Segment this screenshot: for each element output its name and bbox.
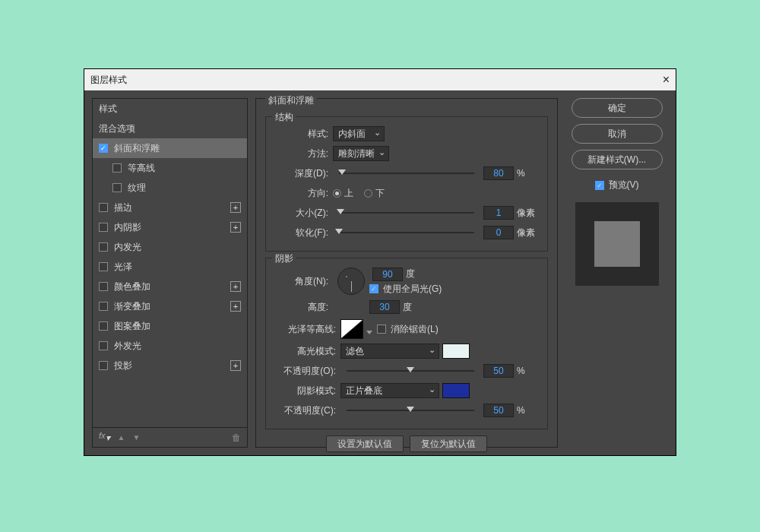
effect-bevel-label: 斜面和浮雕 [114, 142, 160, 155]
effect-outerglow-label: 外发光 [114, 340, 141, 353]
main-panel: 斜面和浮雕 结构 样式: 内斜面 方法: 雕刻清晰 深度(D): 80 % [255, 98, 558, 448]
gloss-contour-picker[interactable] [340, 319, 363, 339]
effect-innershadow-add-icon[interactable]: + [230, 222, 241, 233]
shadow-color-swatch[interactable] [442, 383, 470, 398]
effect-satin-label: 光泽 [114, 261, 132, 274]
effect-contour[interactable]: 等高线 [93, 158, 247, 178]
soften-input[interactable]: 0 [483, 226, 514, 239]
up-arrow-icon[interactable]: ▲ [118, 433, 125, 442]
effect-gradientoverlay[interactable]: 渐变叠加+ [93, 296, 247, 316]
depth-input[interactable]: 80 [483, 166, 514, 180]
structure-fieldset: 结构 样式: 内斜面 方法: 雕刻清晰 深度(D): 80 % 方向: [265, 116, 548, 252]
effect-coloroverlay[interactable]: 颜色叠加+ [93, 277, 247, 296]
global-light-checkbox[interactable]: ✓ [369, 284, 378, 293]
effect-innershadow[interactable]: 内阴影+ [93, 217, 247, 237]
effect-coloroverlay-checkbox[interactable] [99, 282, 108, 291]
style-select[interactable]: 内斜面 [333, 126, 385, 141]
titlebar[interactable]: 图层样式 × [84, 69, 676, 90]
effect-innershadow-label: 内阴影 [114, 221, 141, 234]
reset-default-button[interactable]: 复位为默认值 [410, 435, 487, 452]
highlight-opacity-input[interactable]: 50 [483, 364, 514, 378]
effect-gradientoverlay-label: 渐变叠加 [114, 300, 150, 313]
effect-dropshadow-add-icon[interactable]: + [230, 360, 241, 371]
ok-button[interactable]: 确定 [572, 98, 663, 118]
effect-patternoverlay[interactable]: 图案叠加 [93, 316, 247, 336]
effect-bevel-checkbox[interactable]: ✓ [99, 144, 108, 153]
effect-outerglow[interactable]: 外发光 [93, 336, 247, 356]
new-style-button[interactable]: 新建样式(W)... [572, 150, 663, 169]
close-icon[interactable]: × [663, 73, 670, 87]
effect-stroke-checkbox[interactable] [99, 203, 108, 212]
shadow-opacity-input[interactable]: 50 [483, 404, 514, 417]
make-default-button[interactable]: 设置为默认值 [326, 435, 404, 452]
effect-stroke-label: 描边 [114, 201, 132, 214]
right-panel: 确定 取消 新建样式(W)... ✓ 预览(V) [565, 98, 668, 448]
layer-style-dialog: 图层样式 × 样式 混合选项 ✓斜面和浮雕等高线纹理描边+内阴影+内发光光泽颜色… [84, 68, 676, 456]
effect-contour-label: 等高线 [128, 162, 155, 175]
antialias-checkbox[interactable] [377, 325, 386, 334]
effect-dropshadow-label: 投影 [114, 359, 132, 372]
effect-contour-checkbox[interactable] [112, 163, 122, 173]
effect-texture[interactable]: 纹理 [93, 178, 247, 198]
left-panel: 样式 混合选项 ✓斜面和浮雕等高线纹理描边+内阴影+内发光光泽颜色叠加+渐变叠加… [92, 98, 248, 448]
effect-innerglow-label: 内发光 [114, 241, 141, 254]
style-list: 样式 混合选项 ✓斜面和浮雕等高线纹理描边+内阴影+内发光光泽颜色叠加+渐变叠加… [92, 98, 248, 428]
effect-outerglow-checkbox[interactable] [99, 341, 108, 350]
blending-options[interactable]: 混合选项 [93, 119, 247, 138]
angle-dial[interactable] [337, 268, 365, 295]
shadow-opacity-slider[interactable] [347, 410, 474, 411]
soften-slider[interactable] [339, 232, 474, 233]
effect-innershadow-checkbox[interactable] [99, 223, 108, 232]
left-footer: fx▾ ▲ ▼ 🗑 [92, 428, 248, 448]
trash-icon[interactable]: 🗑 [232, 432, 241, 443]
depth-slider[interactable] [339, 173, 474, 174]
effect-bevel[interactable]: ✓斜面和浮雕 [93, 138, 247, 158]
styles-header[interactable]: 样式 [93, 99, 247, 119]
direction-down-radio[interactable] [364, 189, 372, 198]
effect-dropshadow-checkbox[interactable] [99, 361, 108, 370]
effect-innerglow[interactable]: 内发光 [93, 237, 247, 257]
effect-patternoverlay-label: 图案叠加 [114, 320, 150, 333]
effect-texture-checkbox[interactable] [112, 183, 122, 192]
effect-texture-label: 纹理 [128, 182, 146, 195]
size-input[interactable]: 1 [483, 206, 514, 220]
shading-fieldset: 阴影 角度(N): 90 度 ✓ 使用全局光(G) [265, 258, 548, 429]
effect-patternoverlay-checkbox[interactable] [99, 321, 108, 331]
effect-innerglow-checkbox[interactable] [99, 242, 108, 252]
effect-coloroverlay-add-icon[interactable]: + [230, 281, 241, 292]
effect-satin-checkbox[interactable] [99, 262, 108, 271]
altitude-input[interactable]: 30 [369, 300, 400, 314]
effect-gradientoverlay-add-icon[interactable]: + [230, 301, 241, 312]
highlight-color-swatch[interactable] [442, 344, 470, 359]
panel-title: 斜面和浮雕 [265, 94, 317, 107]
down-arrow-icon[interactable]: ▼ [132, 433, 140, 442]
angle-input[interactable]: 90 [372, 268, 403, 281]
effect-stroke[interactable]: 描边+ [93, 198, 247, 217]
effect-coloroverlay-label: 颜色叠加 [114, 280, 150, 293]
shadow-mode-select[interactable]: 正片叠底 [340, 383, 439, 398]
fx-icon[interactable]: fx▾ [99, 431, 110, 443]
technique-select[interactable]: 雕刻清晰 [333, 146, 389, 161]
cancel-button[interactable]: 取消 [572, 124, 663, 144]
size-slider[interactable] [339, 212, 474, 214]
effect-satin[interactable]: 光泽 [93, 257, 247, 277]
effect-gradientoverlay-checkbox[interactable] [99, 302, 108, 311]
highlight-opacity-slider[interactable] [347, 370, 474, 372]
preview-checkbox[interactable]: ✓ [595, 181, 604, 190]
effect-stroke-add-icon[interactable]: + [230, 202, 241, 213]
effect-dropshadow[interactable]: 投影+ [93, 356, 247, 375]
dialog-title: 图层样式 [90, 74, 127, 87]
highlight-mode-select[interactable]: 滤色 [340, 344, 439, 359]
preview-swatch [575, 202, 659, 286]
direction-up-radio[interactable] [333, 189, 341, 198]
